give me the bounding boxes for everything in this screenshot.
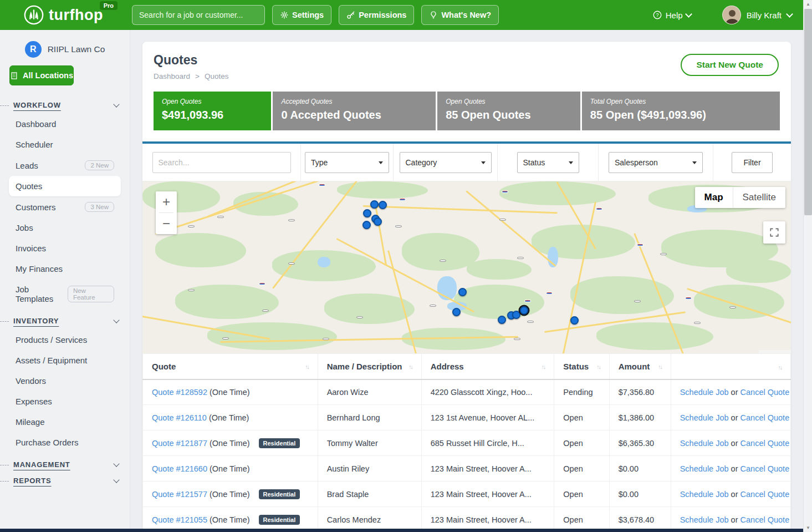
sort-icon[interactable]: ↑↓ <box>408 363 412 370</box>
quote-map-marker[interactable] <box>570 316 579 325</box>
stat-label: Open Quotes <box>446 98 572 105</box>
schedule-job-link[interactable]: Schedule Job <box>680 413 729 422</box>
sort-icon[interactable]: ↑↓ <box>658 363 662 370</box>
col-status[interactable]: Status↑↓ <box>554 354 609 379</box>
sidebar-item[interactable]: Mileage <box>9 412 121 432</box>
all-locations-button[interactable]: All Locations <box>9 65 74 85</box>
quote-map-marker[interactable] <box>512 311 520 319</box>
sidebar-item[interactable]: Scheduler <box>9 134 121 155</box>
start-new-quote-button[interactable]: Start New Quote <box>681 54 779 76</box>
section-inventory[interactable]: INVENTORY <box>13 317 119 325</box>
permissions-button[interactable]: Permissions <box>339 5 414 25</box>
section-reports[interactable]: REPORTS <box>13 477 119 485</box>
cancel-quote-link[interactable]: Cancel Quote <box>740 515 790 524</box>
user-menu[interactable]: Billy Kraft <box>722 6 792 24</box>
sidebar-item[interactable]: Jobs <box>9 217 121 238</box>
amount-cell: $7,356.80 <box>609 379 671 405</box>
table-row: Quote #128592 (One Time) Aaron Wize 4220… <box>143 379 791 405</box>
sidebar-item[interactable]: Vendors <box>9 371 121 391</box>
schedule-job-link[interactable]: Schedule Job <box>680 439 729 448</box>
whats-new-button[interactable]: What's New? <box>421 5 499 25</box>
sidebar-item[interactable]: Expenses <box>9 391 121 412</box>
top-navbar: turfhop Pro Settings Permissions What's … <box>0 0 803 30</box>
status-select[interactable]: Status <box>517 152 579 173</box>
sidebar-item[interactable]: Products / Services <box>9 330 121 350</box>
interstate-shield <box>502 191 508 192</box>
section-management[interactable]: MANAGEMENT <box>13 460 119 469</box>
type-select[interactable]: Type <box>305 152 389 173</box>
settings-button[interactable]: Settings <box>272 5 331 25</box>
cancel-quote-link[interactable]: Cancel Quote <box>740 490 790 499</box>
sidebar-item[interactable]: My Finances <box>9 259 121 279</box>
map-zoom-control: + − <box>156 191 177 234</box>
quote-map-marker[interactable] <box>379 201 387 209</box>
breadcrumb-dashboard[interactable]: Dashboard <box>154 72 190 80</box>
quote-map-marker[interactable] <box>374 217 382 226</box>
col-amount[interactable]: Amount↑↓ <box>609 354 671 379</box>
quotes-search-input[interactable] <box>152 152 291 173</box>
page-scrollbar[interactable]: ▲ ▼ <box>803 0 812 532</box>
address-cell: 123 Main Street, Hoover A... <box>421 482 554 507</box>
scroll-down-arrow[interactable]: ▼ <box>804 524 812 532</box>
category-select[interactable]: Category <box>400 152 492 173</box>
stat-card: Open Quotes $491,093.96 <box>154 92 271 130</box>
global-search-input[interactable] <box>132 5 265 25</box>
quote-map-marker[interactable] <box>458 288 467 296</box>
sidebar-item[interactable]: Invoices <box>9 238 121 259</box>
quote-map-marker[interactable] <box>520 306 528 315</box>
schedule-job-link[interactable]: Schedule Job <box>680 490 729 499</box>
cancel-quote-link[interactable]: Cancel Quote <box>740 388 790 397</box>
schedule-job-link[interactable]: Schedule Job <box>680 388 729 397</box>
sidebar-item[interactable]: Dashboard <box>9 114 121 134</box>
zoom-out-button[interactable]: − <box>156 213 177 234</box>
scroll-up-arrow[interactable]: ▲ <box>804 0 812 8</box>
quote-number-link[interactable]: Quote #121877 <box>152 439 207 448</box>
quote-map-marker[interactable] <box>363 209 371 217</box>
cancel-quote-link[interactable]: Cancel Quote <box>740 413 790 422</box>
col-quote[interactable]: Quote↑↓ <box>143 354 318 379</box>
satellite-view-button[interactable]: Satellite <box>733 187 785 208</box>
quote-map-marker[interactable] <box>362 221 371 229</box>
sidebar-item[interactable]: Purchase Orders <box>9 432 121 453</box>
col-name[interactable]: Name / Description↑↓ <box>318 354 421 379</box>
sort-icon[interactable]: ↑↓ <box>596 363 600 370</box>
quote-map-marker[interactable] <box>498 316 506 324</box>
breadcrumb-separator: > <box>195 72 200 80</box>
quote-number-link[interactable]: Quote #126110 <box>152 413 207 422</box>
schedule-job-link[interactable]: Schedule Job <box>680 464 729 473</box>
customer-name-cell: Austin Riley <box>318 456 421 482</box>
fullscreen-icon <box>769 227 780 238</box>
sort-icon[interactable]: ↑↓ <box>542 363 545 370</box>
help-menu[interactable]: ? Help <box>652 10 691 20</box>
sidebar-item[interactable]: Job Templates New Feature <box>9 279 121 309</box>
sidebar-item[interactable]: Assets / Equipment <box>9 350 121 371</box>
section-workflow[interactable]: WORKFLOW <box>13 101 119 109</box>
sidebar-item[interactable]: Quotes <box>9 176 121 196</box>
quote-number-link[interactable]: Quote #121055 <box>152 515 207 524</box>
schedule-job-link[interactable]: Schedule Job <box>680 515 729 524</box>
quote-map-marker[interactable] <box>452 308 461 316</box>
quote-map-marker[interactable] <box>370 200 379 209</box>
col-address[interactable]: Address↑↓ <box>421 354 554 379</box>
quote-number-link[interactable]: Quote #128592 <box>152 388 207 397</box>
status-cell: Open <box>554 482 609 507</box>
quote-number-link[interactable]: Quote #121660 <box>152 464 207 473</box>
map-view-button[interactable]: Map <box>695 187 733 208</box>
cancel-quote-link[interactable]: Cancel Quote <box>740 439 790 448</box>
fullscreen-button[interactable] <box>763 221 785 244</box>
sort-icon[interactable]: ↑↓ <box>305 363 309 370</box>
scrollbar-thumb[interactable] <box>804 9 812 215</box>
filter-button[interactable]: Filter <box>732 152 773 173</box>
company-name: RIIPL Lawn Co <box>48 44 105 54</box>
cancel-quote-link[interactable]: Cancel Quote <box>740 464 790 473</box>
salesperson-select[interactable]: Salesperson <box>609 152 703 173</box>
brand-logo[interactable]: turfhop Pro <box>23 4 103 26</box>
sidebar-item[interactable]: Customers 3 New <box>9 196 121 217</box>
quote-number-link[interactable]: Quote #121577 <box>152 490 207 499</box>
sidebar-item[interactable]: Leads 2 New <box>9 155 121 176</box>
col-actions[interactable]: ↑↓ <box>671 354 790 379</box>
zoom-in-button[interactable]: + <box>156 191 177 212</box>
company-row[interactable]: R RIIPL Lawn Co <box>0 41 130 58</box>
sort-icon[interactable]: ↑↓ <box>778 364 782 371</box>
quotes-map[interactable]: + − Map Satellite <box>142 181 791 353</box>
